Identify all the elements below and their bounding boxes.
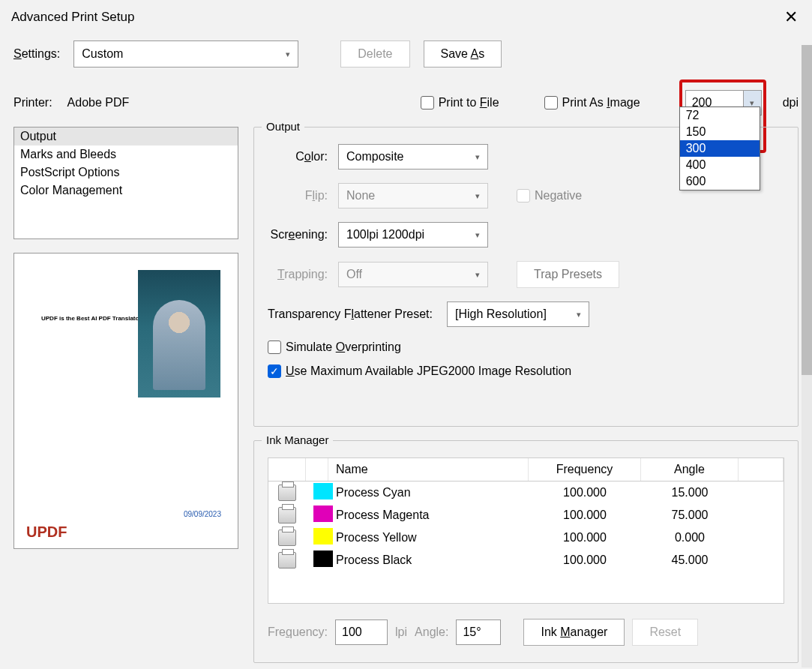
screening-select[interactable]: 100lpi 1200dpi▾	[338, 222, 488, 248]
ink-angle: 75.000	[641, 507, 739, 524]
dpi-option-300[interactable]: 300	[680, 140, 760, 157]
negative-checkbox: Negative	[517, 189, 582, 202]
color-select[interactable]: Composite▾	[338, 144, 488, 170]
flip-select: None▾	[338, 183, 488, 208]
dpi-dropdown-list[interactable]: 72 150 300 400 600	[679, 106, 760, 190]
output-legend: Output	[262, 120, 304, 133]
trap-presets-button[interactable]: Trap Presets	[517, 261, 619, 288]
printer-icon	[278, 484, 296, 501]
dpi-option-600[interactable]: 600	[680, 173, 760, 190]
ink-manager-legend: Ink Manager	[262, 434, 333, 446]
category-list[interactable]: Output Marks and Bleeds PostScript Optio…	[13, 127, 238, 239]
ink-frequency: 100.000	[529, 484, 641, 501]
dpi-option-150[interactable]: 150	[680, 124, 760, 140]
chevron-down-icon: ▾	[475, 152, 480, 162]
ink-table[interactable]: Name Frequency Angle Process Cyan100.000…	[268, 458, 784, 604]
chevron-down-icon: ▾	[286, 50, 290, 59]
category-marks-bleeds[interactable]: Marks and Bleeds	[14, 146, 238, 164]
ink-angle: 0.000	[641, 530, 739, 546]
use-max-jpeg-checkbox[interactable]: ✓Use Maximum Available JPEG2000 Image Re…	[268, 364, 571, 378]
ink-row[interactable]: Process Cyan100.00015.000	[268, 482, 784, 504]
ink-manager-fieldset: Ink Manager Name Frequency Angle Process…	[253, 440, 799, 663]
chevron-down-icon: ▾	[475, 230, 480, 240]
preview-caption: UPDF is the Best AI PDF Translator	[41, 315, 142, 322]
category-output[interactable]: Output	[14, 128, 238, 146]
reset-button[interactable]: Reset	[632, 619, 698, 646]
trapping-select: Off▾	[338, 262, 488, 287]
ink-name: Process Black	[328, 552, 529, 568]
transparency-select[interactable]: [High Resolution]▾	[447, 302, 589, 327]
window-title: Advanced Print Setup	[11, 10, 134, 25]
category-color-mgmt[interactable]: Color Management	[14, 182, 238, 200]
ink-row[interactable]: Process Magenta100.00075.000	[268, 504, 784, 526]
dpi-option-400[interactable]: 400	[680, 157, 760, 173]
ink-header-name: Name	[328, 458, 529, 481]
ink-manager-button[interactable]: Ink Manager	[523, 619, 625, 646]
delete-button[interactable]: Delete	[340, 40, 409, 68]
printer-icon	[278, 530, 296, 546]
printer-label: Printer:	[13, 96, 52, 110]
preview-logo: UPDF	[26, 524, 67, 541]
ink-frequency: 100.000	[529, 552, 641, 568]
ink-header-frequency: Frequency	[529, 458, 641, 481]
scrollbar-thumb[interactable]	[802, 45, 812, 375]
ink-angle: 15.000	[641, 484, 739, 501]
ink-row[interactable]: Process Yellow100.0000.000	[268, 526, 784, 549]
printer-value: Adobe PDF	[67, 96, 130, 110]
ink-name: Process Cyan	[328, 484, 529, 501]
simulate-overprint-checkbox[interactable]: Simulate Overprinting	[268, 340, 401, 354]
ink-name: Process Yellow	[328, 530, 529, 546]
ink-angle: 45.000	[641, 552, 739, 568]
ink-frequency: 100.000	[529, 507, 641, 524]
print-as-image-checkbox[interactable]: Print As Image	[544, 96, 640, 110]
chevron-down-icon: ▾	[475, 191, 480, 201]
frequency-input[interactable]	[335, 620, 388, 645]
settings-label: Settings:	[13, 47, 60, 61]
page-preview: UPDF is the Best AI PDF Translator 09/09…	[13, 253, 238, 549]
dpi-option-72[interactable]: 72	[680, 107, 760, 124]
print-to-file-checkbox[interactable]: Print to File	[421, 96, 499, 110]
settings-select[interactable]: Custom ▾	[73, 40, 298, 68]
dpi-unit: dpi	[783, 96, 799, 110]
lpi-unit: lpi	[395, 626, 407, 639]
scrollbar[interactable]	[802, 45, 812, 668]
angle-input[interactable]	[456, 620, 501, 645]
printer-icon	[278, 507, 296, 524]
ink-frequency: 100.000	[529, 530, 641, 546]
preview-photo	[138, 270, 220, 398]
frequency-label: Frequency:	[268, 626, 328, 639]
close-icon[interactable]: ✕	[781, 8, 801, 27]
chevron-down-icon: ▾	[475, 270, 480, 280]
angle-label: Angle:	[415, 626, 448, 639]
printer-icon	[278, 552, 296, 568]
ink-name: Process Magenta	[328, 507, 529, 524]
ink-row[interactable]: Process Black100.00045.000	[268, 549, 784, 572]
save-as-button[interactable]: Save As	[424, 40, 502, 68]
preview-date: 09/09/2023	[184, 510, 221, 518]
category-postscript[interactable]: PostScript Options	[14, 164, 238, 182]
ink-header-angle: Angle	[641, 458, 739, 481]
chevron-down-icon: ▾	[577, 310, 581, 320]
